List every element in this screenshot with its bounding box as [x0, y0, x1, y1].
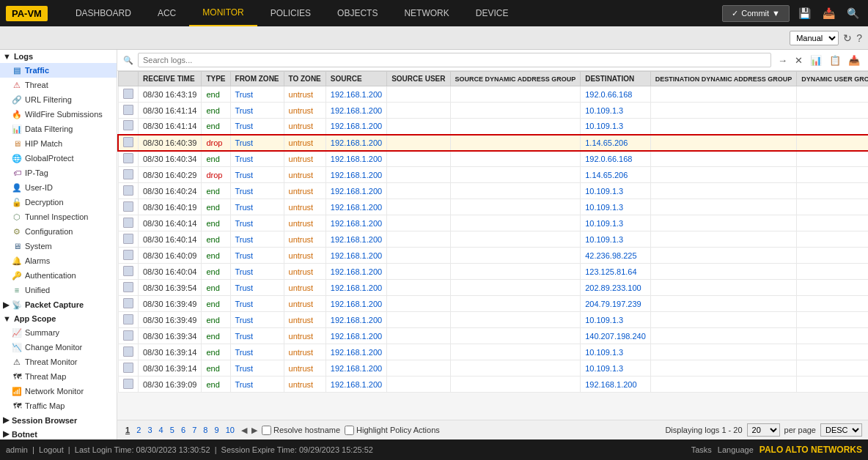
row-detail-icon[interactable]	[123, 346, 133, 357]
col-source-user[interactable]: SOURCE USER	[387, 72, 450, 86]
table-row[interactable]: 08/30 16:40:14 end Trust untrust 192.168…	[118, 215, 868, 231]
next-page-btn[interactable]: ▶	[251, 426, 257, 435]
table-row[interactable]: 08/30 16:40:09 end Trust untrust 192.168…	[118, 248, 868, 264]
table-row[interactable]: 08/30 16:40:29 drop Trust untrust 192.16…	[118, 167, 868, 183]
highlight-policy-checkbox[interactable]	[345, 426, 354, 435]
cell-source[interactable]: 192.168.1.200	[326, 215, 386, 231]
cell-destination[interactable]: 192.0.66.168	[581, 151, 651, 167]
row-icon-cell[interactable]	[118, 312, 139, 328]
page-number-2[interactable]: 2	[134, 425, 143, 435]
search-forward-btn[interactable]: →	[776, 54, 790, 67]
sidebar-item-change-monitor[interactable]: 📉 Change Monitor	[0, 340, 117, 355]
row-detail-icon[interactable]	[123, 282, 133, 292]
cell-source[interactable]: 192.168.1.200	[326, 296, 386, 312]
cell-source[interactable]: 192.168.1.200	[326, 312, 386, 328]
sidebar-item-traffic[interactable]: ▤ Traffic	[0, 63, 117, 78]
table-row[interactable]: 08/30 16:39:49 end Trust untrust 192.168…	[118, 312, 868, 328]
sidebar-item-network-monitor[interactable]: 📶 Network Monitor	[0, 384, 117, 398]
table-row[interactable]: 08/30 16:41:14 end Trust untrust 192.168…	[118, 103, 868, 119]
row-icon-cell[interactable]	[118, 280, 139, 296]
table-row[interactable]: 08/30 16:39:09 end Trust untrust 192.168…	[118, 376, 868, 393]
view-mode-select[interactable]: Manual	[790, 31, 839, 45]
cell-destination[interactable]: 10.109.1.3	[581, 119, 651, 135]
sort-order-select[interactable]: DESC ASC	[820, 423, 862, 437]
row-icon-cell[interactable]	[118, 167, 139, 183]
sidebar-item-authentication[interactable]: 🔑 Authentication	[0, 268, 117, 283]
page-number-4[interactable]: 4	[157, 425, 166, 435]
table-row[interactable]: 08/30 16:39:54 end Trust untrust 192.168…	[118, 280, 868, 296]
cell-destination[interactable]: 10.109.1.3	[581, 312, 651, 328]
table-row[interactable]: 08/30 16:43:19 end Trust untrust 192.168…	[118, 86, 868, 103]
row-icon-cell[interactable]	[118, 264, 139, 280]
col-to-zone[interactable]: TO ZONE	[284, 72, 326, 86]
search-export-btn[interactable]: 📊	[808, 54, 824, 67]
row-detail-icon[interactable]	[123, 89, 133, 99]
col-destination[interactable]: DESTINATION	[581, 72, 651, 86]
refresh-icon[interactable]: ↻	[843, 32, 852, 44]
nav-dashboard[interactable]: DASHBOARD	[62, 0, 144, 26]
row-detail-icon[interactable]	[123, 120, 133, 130]
cell-destination[interactable]: 10.109.1.3	[581, 344, 651, 360]
cell-source[interactable]: 192.168.1.200	[326, 135, 386, 151]
row-detail-icon[interactable]	[123, 201, 133, 212]
row-detail-icon[interactable]	[123, 266, 133, 276]
prev-page-btn[interactable]: ◀	[241, 426, 247, 435]
cell-destination[interactable]: 140.207.198.240	[581, 328, 651, 344]
sidebar-item-hip-match[interactable]: 🖥 HIP Match	[0, 136, 117, 151]
nav-policies[interactable]: POLICIES	[257, 0, 324, 26]
search-clear-btn[interactable]: ✕	[792, 54, 805, 67]
row-detail-icon[interactable]	[123, 298, 133, 308]
col-dug[interactable]: DYNAMIC USER GROUP	[797, 72, 868, 86]
row-detail-icon[interactable]	[123, 153, 133, 163]
row-icon-cell[interactable]	[118, 86, 139, 103]
sidebar-item-traffic-map[interactable]: 🗺 Traffic Map	[0, 398, 117, 413]
nav-acc[interactable]: ACC	[144, 0, 189, 26]
per-page-select[interactable]: 20 50 100	[747, 423, 780, 437]
table-row[interactable]: 08/30 16:40:34 end Trust untrust 192.168…	[118, 151, 868, 167]
commit-button[interactable]: ✓ Commit ▼	[722, 5, 790, 22]
cell-destination[interactable]: 10.109.1.3	[581, 103, 651, 119]
cell-source[interactable]: 192.168.1.200	[326, 231, 386, 248]
import-icon[interactable]: 📥	[820, 6, 838, 21]
col-source[interactable]: SOURCE	[326, 72, 386, 86]
sidebar-item-packet-capture[interactable]: ▶ 📡 Packet Capture	[0, 297, 117, 312]
sidebar-item-data-filtering[interactable]: 📊 Data Filtering	[0, 122, 117, 136]
table-row[interactable]: 08/30 16:39:14 end Trust untrust 192.168…	[118, 360, 868, 376]
search-export2-btn[interactable]: 📋	[827, 54, 843, 67]
sidebar-section-logs[interactable]: ▼ Logs	[0, 50, 117, 63]
row-icon-cell[interactable]	[118, 248, 139, 264]
page-number-10[interactable]: 10	[224, 425, 237, 435]
table-row[interactable]: 08/30 16:40:24 end Trust untrust 192.168…	[118, 183, 868, 199]
logout-link[interactable]: Logout	[39, 445, 64, 454]
sidebar-item-system[interactable]: 🖥 System	[0, 239, 117, 253]
resolve-hostname-checkbox[interactable]	[262, 426, 271, 435]
nav-monitor[interactable]: MONITOR	[189, 0, 257, 26]
cell-destination[interactable]: 1.14.65.206	[581, 167, 651, 183]
row-icon-cell[interactable]	[118, 135, 139, 151]
save-icon[interactable]: 💾	[795, 6, 814, 21]
row-icon-cell[interactable]	[118, 183, 139, 199]
row-icon-cell[interactable]	[118, 344, 139, 360]
row-detail-icon[interactable]	[123, 137, 133, 147]
page-number-6[interactable]: 6	[179, 425, 188, 435]
page-number-7[interactable]: 7	[190, 425, 199, 435]
language-link[interactable]: Language	[718, 445, 754, 454]
table-row[interactable]: 08/30 16:40:19 end Trust untrust 192.168…	[118, 199, 868, 215]
sidebar-item-tunnel[interactable]: ⬡ Tunnel Inspection	[0, 209, 117, 224]
row-icon-cell[interactable]	[118, 231, 139, 248]
sidebar-item-configuration[interactable]: ⚙ Configuration	[0, 224, 117, 239]
row-icon-cell[interactable]	[118, 328, 139, 344]
page-number-9[interactable]: 9	[213, 425, 221, 435]
cell-source[interactable]: 192.168.1.200	[326, 103, 386, 119]
row-detail-icon[interactable]	[123, 363, 133, 373]
sidebar-section-app-scope[interactable]: ▼ App Scope	[0, 312, 117, 325]
row-detail-icon[interactable]	[123, 379, 133, 389]
cell-source[interactable]: 192.168.1.200	[326, 248, 386, 264]
cell-source[interactable]: 192.168.1.200	[326, 119, 386, 135]
row-detail-icon[interactable]	[123, 218, 133, 228]
table-row[interactable]: 08/30 16:40:14 end Trust untrust 192.168…	[118, 231, 868, 248]
cell-source[interactable]: 192.168.1.200	[326, 167, 386, 183]
table-row[interactable]: 08/30 16:39:49 end Trust untrust 192.168…	[118, 296, 868, 312]
table-row[interactable]: 08/30 16:39:34 end Trust untrust 192.168…	[118, 328, 868, 344]
cell-destination[interactable]: 10.109.1.3	[581, 360, 651, 376]
